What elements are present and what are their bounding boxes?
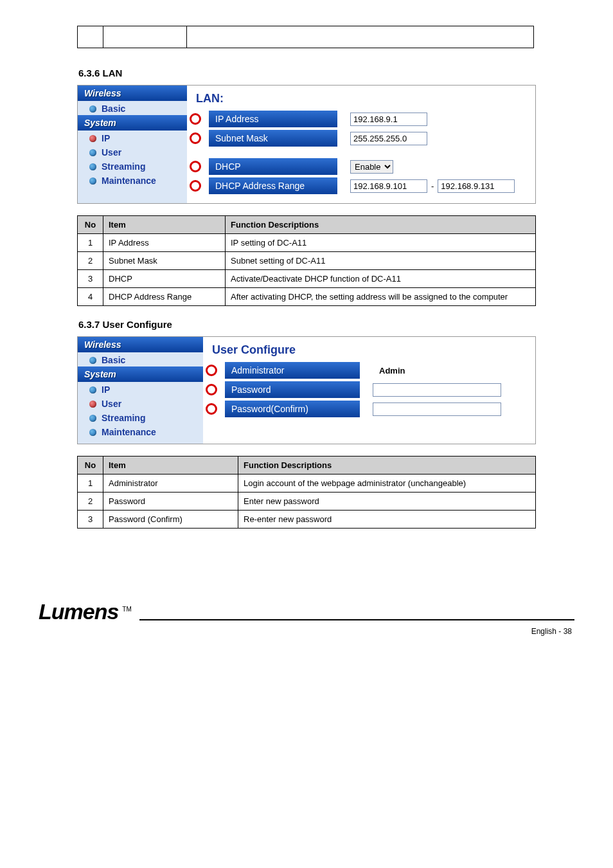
top-empty-table bbox=[77, 26, 534, 48]
top-cell-1 bbox=[78, 26, 103, 48]
sidebar-header-wireless2: Wireless bbox=[78, 337, 203, 352]
bullet-icon bbox=[89, 429, 96, 436]
logo-tm: TM bbox=[122, 606, 131, 613]
user-desc-table: No Item Function Descriptions 1 Administ… bbox=[77, 456, 536, 529]
th-no: No bbox=[78, 216, 103, 234]
sidebar-item-user2[interactable]: User bbox=[78, 396, 203, 410]
sidebar-user: Wireless Basic System IP User Streaming … bbox=[78, 337, 203, 444]
label-dhcp-range: DHCP Address Range bbox=[209, 177, 337, 194]
logo-text: Lumens bbox=[39, 599, 118, 624]
th-item: Item bbox=[103, 216, 226, 234]
bullet-icon bbox=[89, 415, 96, 422]
bullet-icon bbox=[89, 386, 96, 393]
sidebar-item-ip2[interactable]: IP bbox=[78, 382, 203, 396]
user-title: User Configure bbox=[209, 341, 529, 362]
row-subnet: Subnet Mask bbox=[193, 130, 529, 147]
table-row: 3 Password (Confirm) Re-enter new passwo… bbox=[78, 511, 536, 529]
th-desc2: Function Descriptions bbox=[238, 457, 536, 475]
row-password: Password bbox=[209, 381, 529, 398]
heading-user: 6.3.7 User Configure bbox=[78, 319, 574, 330]
bullet-icon-active bbox=[89, 401, 96, 408]
row-admin: Administrator Admin bbox=[209, 362, 529, 379]
bullet-icon bbox=[89, 177, 96, 185]
range-separator: - bbox=[431, 181, 434, 191]
bullet-icon bbox=[89, 105, 96, 113]
input-password-confirm[interactable] bbox=[373, 402, 501, 416]
label-ip-address: IP Address bbox=[209, 111, 337, 127]
sidebar-item-label: IP bbox=[102, 133, 110, 143]
sidebar-item-streaming[interactable]: Streaming bbox=[78, 159, 187, 173]
callout-marker-1b bbox=[206, 365, 217, 376]
sidebar-item-label: IP bbox=[102, 384, 110, 395]
footer: Lumens TM bbox=[39, 599, 574, 624]
table-row: 2 Subnet Mask Subnet setting of DC-A11 bbox=[78, 252, 536, 270]
th-item2: Item bbox=[103, 457, 238, 475]
row-dhcp: DHCP Enable bbox=[193, 158, 529, 175]
table-row: 3 DHCP Activate/Deactivate DHCP function… bbox=[78, 270, 536, 288]
sidebar-item-label: Maintenance bbox=[102, 176, 156, 186]
row-dhcp-range: DHCP Address Range - bbox=[193, 177, 529, 194]
callout-marker-1 bbox=[190, 113, 201, 125]
footer-rule bbox=[139, 619, 574, 620]
user-panel: Wireless Basic System IP User Streaming … bbox=[77, 336, 536, 444]
sidebar-item-label: Basic bbox=[102, 104, 125, 114]
sidebar-item-streaming2[interactable]: Streaming bbox=[78, 410, 203, 424]
label-admin: Administrator bbox=[225, 362, 360, 379]
value-admin: Admin bbox=[373, 366, 405, 375]
sidebar-item-maintenance[interactable]: Maintenance bbox=[78, 173, 187, 187]
label-password: Password bbox=[225, 381, 360, 398]
label-subnet: Subnet Mask bbox=[209, 130, 337, 147]
sidebar-item-label: Maintenance bbox=[102, 427, 156, 437]
page-number: English - 38 bbox=[39, 627, 574, 636]
row-ip-address: IP Address bbox=[193, 111, 529, 127]
top-cell-2 bbox=[103, 26, 187, 48]
lan-title: LAN: bbox=[193, 89, 529, 111]
sidebar-item-basic2[interactable]: Basic bbox=[78, 352, 203, 366]
label-password-confirm: Password(Confirm) bbox=[225, 401, 360, 417]
bullet-icon bbox=[89, 149, 96, 156]
callout-marker-4 bbox=[190, 180, 201, 192]
table-row: 2 Password Enter new password bbox=[78, 493, 536, 511]
sidebar-item-label: Streaming bbox=[102, 413, 145, 423]
select-dhcp[interactable]: Enable bbox=[350, 160, 393, 174]
table-row: 1 Administrator Login account of the web… bbox=[78, 475, 536, 493]
top-cell-3 bbox=[187, 26, 534, 48]
sidebar-header-system2: System bbox=[78, 366, 203, 382]
lan-desc-table: No Item Function Descriptions 1 IP Addre… bbox=[77, 215, 536, 306]
input-ip-address[interactable] bbox=[350, 113, 427, 126]
th-desc: Function Descriptions bbox=[226, 216, 536, 234]
callout-marker-2 bbox=[190, 132, 201, 144]
heading-lan: 6.3.6 LAN bbox=[78, 68, 574, 78]
sidebar-header-system: System bbox=[78, 115, 187, 131]
bullet-icon-active bbox=[89, 135, 96, 142]
lan-content: LAN: IP Address Subnet Mask DHCP bbox=[187, 86, 535, 203]
sidebar-item-label: User bbox=[102, 399, 121, 409]
sidebar-item-maintenance2[interactable]: Maintenance bbox=[78, 424, 203, 439]
callout-marker-2b bbox=[206, 384, 217, 395]
sidebar-item-label: Basic bbox=[102, 355, 125, 365]
table-row: 1 IP Address IP setting of DC-A11 bbox=[78, 234, 536, 252]
label-dhcp: DHCP bbox=[209, 158, 337, 175]
lan-panel: Wireless Basic System IP User Streaming … bbox=[77, 85, 536, 204]
th-no2: No bbox=[78, 457, 103, 475]
sidebar-lan: Wireless Basic System IP User Streaming … bbox=[78, 86, 187, 203]
user-content: User Configure Administrator Admin Passw… bbox=[203, 337, 535, 444]
callout-marker-3b bbox=[206, 403, 217, 415]
sidebar-item-user[interactable]: User bbox=[78, 145, 187, 159]
input-dhcp-to[interactable] bbox=[438, 179, 515, 193]
input-password[interactable] bbox=[373, 383, 501, 397]
sidebar-item-ip[interactable]: IP bbox=[78, 131, 187, 145]
callout-marker-3 bbox=[190, 161, 201, 172]
sidebar-item-label: Streaming bbox=[102, 161, 145, 172]
input-subnet[interactable] bbox=[350, 132, 427, 145]
table-row: 4 DHCP Address Range After activating DH… bbox=[78, 288, 536, 306]
sidebar-item-label: User bbox=[102, 147, 121, 158]
sidebar-header-wireless: Wireless bbox=[78, 86, 187, 101]
bullet-icon bbox=[89, 163, 96, 170]
bullet-icon bbox=[89, 357, 96, 364]
sidebar-item-basic[interactable]: Basic bbox=[78, 101, 187, 115]
row-password-confirm: Password(Confirm) bbox=[209, 401, 529, 417]
input-dhcp-from[interactable] bbox=[350, 179, 427, 193]
